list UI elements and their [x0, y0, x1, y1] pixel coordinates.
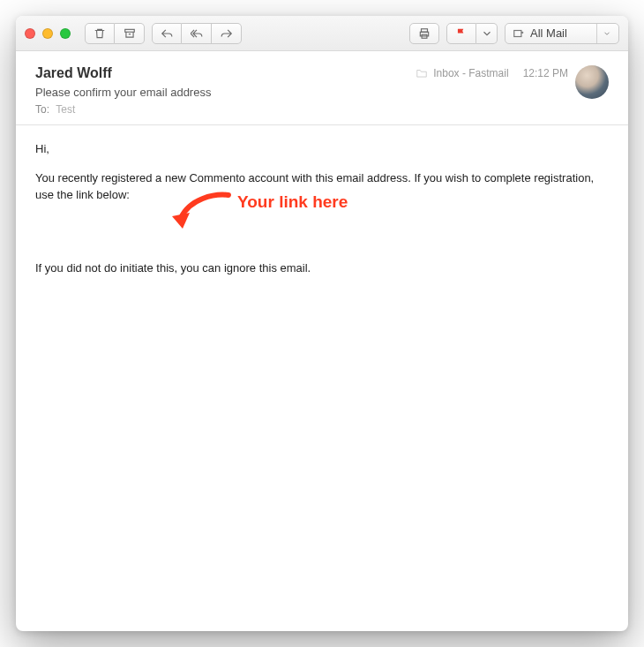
delete-archive-group — [85, 23, 145, 44]
window-zoom-button[interactable] — [60, 28, 71, 39]
folder-icon — [416, 67, 428, 79]
mailbox-selector[interactable]: All Mail — [505, 23, 619, 44]
avatar — [575, 65, 609, 99]
window-minimize-button[interactable] — [42, 28, 53, 39]
svg-rect-0 — [124, 29, 134, 32]
folder-label: Inbox - Fastmail — [433, 67, 508, 79]
forward-icon — [221, 27, 233, 40]
message-time: 12:12 PM — [523, 67, 568, 79]
flag-icon — [455, 27, 468, 40]
trash-icon — [94, 27, 106, 40]
svg-rect-4 — [514, 30, 521, 36]
flag-menu-button[interactable] — [476, 23, 498, 44]
chevron-down-icon — [603, 29, 611, 38]
print-button[interactable] — [409, 23, 439, 44]
mailbox-label: All Mail — [530, 26, 567, 40]
sender-name: Jared Wolff — [35, 65, 405, 81]
reply-all-icon — [191, 27, 203, 40]
traffic-lights — [25, 28, 71, 39]
print-icon — [418, 27, 431, 40]
message-body: Hi, You recently registered a new Commen… — [16, 125, 628, 631]
mail-window: All Mail Jared Wolff Please confirm your… — [16, 16, 628, 631]
titlebar: All Mail — [16, 16, 628, 51]
to-label: To: — [35, 103, 49, 116]
archive-button[interactable] — [115, 23, 145, 44]
body-paragraph-1: You recently registered a new Commento a… — [35, 170, 609, 204]
reply-icon — [161, 27, 173, 40]
reply-button[interactable] — [152, 23, 182, 44]
message-header: Jared Wolff Please confirm your email ad… — [16, 51, 628, 125]
reply-all-button[interactable] — [182, 23, 212, 44]
body-greeting: Hi, — [35, 141, 609, 158]
flag-group — [446, 23, 498, 44]
move-to-icon — [513, 27, 525, 40]
header-meta: Inbox - Fastmail 12:12 PM — [416, 65, 609, 116]
window-close-button[interactable] — [25, 28, 35, 39]
flag-button[interactable] — [446, 23, 476, 44]
subject-line: Please confirm your email address — [35, 86, 405, 99]
delete-button[interactable] — [85, 23, 115, 44]
body-paragraph-2: If you did not do initiate this, you can… — [35, 260, 609, 277]
forward-button[interactable] — [212, 23, 242, 44]
to-line: To: Test — [35, 103, 405, 116]
archive-icon — [124, 27, 136, 40]
reply-group — [152, 23, 242, 44]
to-value: Test — [56, 103, 75, 116]
chevron-down-icon — [481, 27, 493, 40]
